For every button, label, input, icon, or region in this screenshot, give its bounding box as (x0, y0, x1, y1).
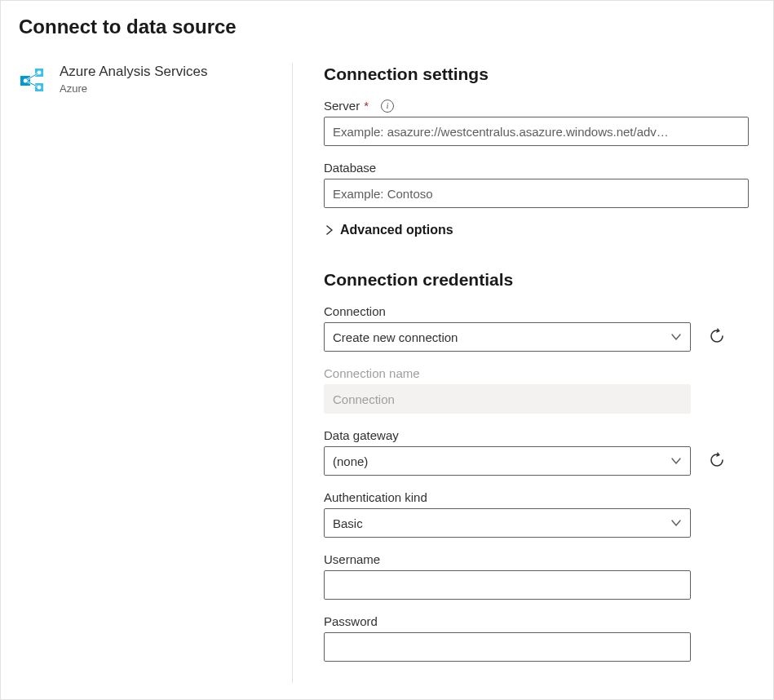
refresh-connection-button[interactable] (705, 326, 728, 348)
server-field: Server * i (324, 99, 749, 146)
connection-select-value: Create new connection (333, 330, 458, 344)
data-source-category: Azure (60, 82, 207, 95)
database-input[interactable] (324, 179, 749, 208)
svg-point-10 (24, 79, 27, 82)
connection-label: Connection (324, 304, 386, 318)
username-label: Username (324, 552, 380, 566)
password-label: Password (324, 614, 378, 628)
data-gateway-select-value: (none) (333, 454, 368, 468)
username-field: Username (324, 552, 749, 600)
data-gateway-field: Data gateway (none) (324, 428, 749, 476)
advanced-options-label: Advanced options (340, 223, 453, 237)
connection-field: Connection Create new connection (324, 304, 749, 352)
selected-data-source[interactable]: Azure Analysis Services Azure (19, 63, 268, 97)
left-column: Azure Analysis Services Azure (19, 63, 292, 683)
chevron-down-icon (670, 517, 682, 529)
connection-select[interactable]: Create new connection (324, 322, 691, 352)
username-input[interactable] (324, 570, 691, 600)
refresh-icon (709, 452, 725, 471)
refresh-icon (709, 328, 725, 347)
auth-kind-select-value: Basic (333, 516, 363, 530)
password-input[interactable] (324, 632, 691, 662)
content-pane: Azure Analysis Services Azure Connection… (1, 47, 773, 683)
required-indicator: * (364, 100, 369, 112)
svg-point-11 (38, 71, 41, 74)
connection-settings-heading: Connection settings (324, 63, 749, 86)
info-icon[interactable]: i (381, 100, 394, 113)
connection-name-label: Connection name (324, 366, 420, 380)
chevron-down-icon (670, 331, 682, 343)
connection-name-input (324, 384, 691, 414)
connection-credentials-heading: Connection credentials (324, 268, 749, 291)
page-title: Connect to data source (1, 1, 773, 47)
chevron-down-icon (670, 455, 682, 467)
auth-kind-select[interactable]: Basic (324, 508, 691, 538)
svg-point-12 (38, 86, 41, 89)
data-gateway-select[interactable]: (none) (324, 446, 691, 476)
server-label: Server (324, 99, 360, 113)
right-column: Connection settings Server * i Database … (293, 63, 755, 683)
database-field: Database (324, 161, 749, 208)
auth-kind-field: Authentication kind Basic (324, 490, 749, 538)
advanced-options-toggle[interactable]: Advanced options (324, 223, 749, 237)
password-field: Password (324, 614, 749, 662)
azure-analysis-services-icon (19, 63, 48, 97)
data-gateway-label: Data gateway (324, 428, 399, 442)
server-input[interactable] (324, 117, 749, 146)
data-source-name: Azure Analysis Services (60, 63, 207, 81)
chevron-right-icon (324, 224, 335, 236)
refresh-gateway-button[interactable] (705, 450, 728, 472)
database-label: Database (324, 161, 376, 175)
auth-kind-label: Authentication kind (324, 490, 427, 504)
connection-name-field: Connection name (324, 366, 749, 414)
